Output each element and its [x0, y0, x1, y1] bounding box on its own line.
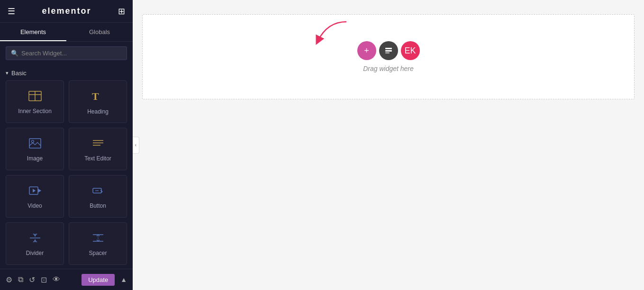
grid-icon[interactable]: ⊞ [118, 6, 125, 17]
widgets-area: ▾ Basic Inner Section [0, 65, 133, 269]
ek-button[interactable]: EK [401, 41, 420, 60]
widget-text-editor[interactable]: Text Editor [69, 128, 127, 170]
tab-globals[interactable]: Globals [66, 23, 133, 41]
video-icon [29, 185, 41, 199]
move-widget-button[interactable] [379, 41, 398, 60]
widget-button[interactable]: Button [69, 175, 127, 218]
section-basic-title: ▾ Basic [6, 65, 127, 80]
widget-controls: + EK [357, 41, 420, 60]
search-box: 🔍 [6, 46, 127, 60]
svg-text:T: T [92, 90, 99, 102]
drag-hint: Drag widget here [363, 65, 414, 72]
widget-video[interactable]: Video [6, 175, 64, 218]
widget-inner-section-label: Inner Section [18, 108, 52, 114]
chevron-up-icon[interactable]: ▲ [120, 276, 127, 283]
main-canvas: + EK Drag widget here [133, 0, 644, 290]
svg-marker-11 [38, 189, 41, 192]
widget-divider-label: Divider [26, 250, 44, 256]
widget-button-label: Button [90, 202, 106, 209]
widget-heading[interactable]: T Heading [69, 80, 127, 123]
widget-inner-section[interactable]: Inner Section [6, 80, 64, 123]
widget-image-label: Image [27, 155, 43, 162]
widget-spacer[interactable]: Spacer [69, 222, 127, 265]
divider-icon [29, 233, 41, 246]
sidebar-footer: ⚙ ⧉ ↺ ⊡ 👁 Update ▲ [0, 269, 133, 290]
inner-section-icon [28, 91, 42, 104]
widget-text-editor-label: Text Editor [84, 155, 111, 162]
sidebar-tabs: Elements Globals [0, 23, 133, 42]
svg-rect-28 [385, 53, 390, 53]
canvas-drop-zone[interactable]: + EK Drag widget here [142, 14, 635, 99]
spacer-icon [92, 233, 104, 246]
widget-image[interactable]: Image [6, 128, 64, 170]
widget-video-label: Video [27, 202, 42, 209]
search-icon: 🔍 [11, 50, 18, 57]
tab-elements[interactable]: Elements [0, 23, 66, 41]
heading-icon: T [92, 90, 104, 105]
settings-icon[interactable]: ⚙ [6, 275, 12, 284]
layers-icon[interactable]: ⧉ [18, 275, 23, 284]
search-input[interactable] [21, 50, 122, 57]
sidebar-logo: elementor [42, 6, 91, 16]
sidebar-header: ☰ elementor ⊞ [0, 0, 133, 23]
responsive-icon[interactable]: ⊡ [41, 275, 47, 284]
widget-divider[interactable]: Divider [6, 222, 64, 265]
collapse-panel-handle[interactable]: ‹ [133, 137, 139, 154]
section-collapse-arrow[interactable]: ▾ [6, 70, 9, 76]
text-editor-icon [92, 138, 104, 151]
svg-marker-12 [33, 189, 36, 193]
widget-spacer-label: Spacer [89, 250, 107, 256]
svg-rect-27 [385, 50, 392, 52]
svg-rect-5 [29, 139, 41, 148]
preview-icon[interactable]: 👁 [53, 275, 60, 284]
add-widget-button[interactable]: + [357, 41, 376, 60]
hamburger-icon[interactable]: ☰ [8, 6, 15, 17]
image-icon [29, 138, 41, 151]
svg-rect-26 [385, 48, 392, 49]
widgets-grid: Inner Section T Heading [6, 80, 127, 265]
section-basic-label: Basic [11, 70, 27, 77]
history-icon[interactable]: ↺ [29, 275, 35, 284]
sidebar: ☰ elementor ⊞ Elements Globals 🔍 ▾ Basic [0, 0, 133, 290]
button-icon [92, 185, 104, 199]
update-button[interactable]: Update [82, 274, 115, 286]
widget-heading-label: Heading [87, 108, 109, 115]
svg-point-6 [31, 141, 34, 143]
